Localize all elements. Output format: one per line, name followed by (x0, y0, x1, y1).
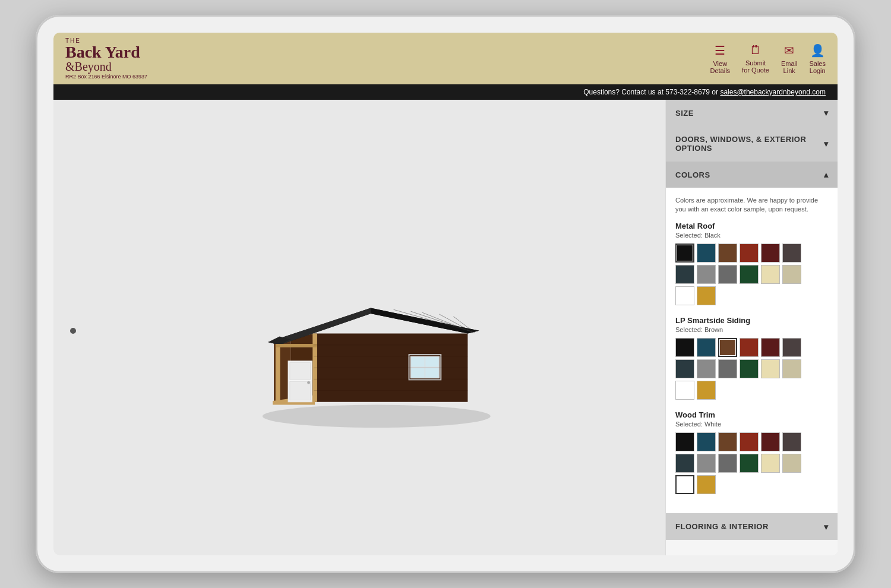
tablet-inner: THE Back Yard &Beyond RR2 Box 2166 Elsin… (53, 33, 838, 555)
color-swatch-tan[interactable] (782, 265, 801, 284)
color-swatch-medium-gray[interactable] (718, 454, 737, 473)
user-icon: 👤 (810, 43, 825, 58)
color-swatch-dark-gray-blue[interactable] (675, 359, 694, 378)
color-swatch-light-gray[interactable] (697, 265, 716, 284)
svg-rect-19 (290, 362, 311, 380)
header: THE Back Yard &Beyond RR2 Box 2166 Elsin… (53, 33, 838, 84)
color-swatch-tan[interactable] (782, 359, 801, 378)
chevron-down-icon-3: ▾ (824, 522, 829, 532)
logo-sub: &Beyond (65, 61, 112, 72)
right-panel: SIZE ▾ DOORS, WINDOWS, & EXTERIOR OPTION… (665, 100, 838, 555)
accordion-size: SIZE ▾ (666, 100, 838, 127)
quote-icon: 🗒 (750, 43, 762, 57)
svg-point-21 (307, 381, 310, 384)
color-swatch-dark-red[interactable] (761, 338, 780, 357)
contact-email[interactable]: sales@thebackyardnbeyond.com (720, 88, 826, 96)
nav-view-details[interactable]: ☰ View Details (710, 43, 730, 74)
color-swatch-gold[interactable] (697, 381, 716, 400)
color-swatch-charcoal[interactable] (782, 432, 801, 451)
main-content: SIZE ▾ DOORS, WINDOWS, & EXTERIOR OPTION… (53, 100, 838, 555)
color-swatch-brown[interactable] (718, 338, 737, 357)
svg-rect-20 (290, 381, 311, 400)
view-area (53, 100, 665, 555)
accordion-colors-label: COLORS (675, 170, 710, 179)
accordion-colors: COLORS ▴ Colors are approximate. We are … (666, 162, 838, 514)
color-swatch-dark-green[interactable] (740, 359, 759, 378)
color-swatch-light-tan[interactable] (761, 265, 780, 284)
color-swatch-dark-red[interactable] (761, 244, 780, 263)
accordion-colors-header[interactable]: COLORS ▴ (666, 162, 838, 188)
tablet-frame: THE Back Yard &Beyond RR2 Box 2166 Elsin… (36, 15, 855, 573)
color-swatch-dark-blue[interactable] (697, 432, 716, 451)
color-swatch-brown[interactable] (718, 244, 737, 263)
nav-submit-quote[interactable]: 🗒 Submit for Quote (742, 43, 769, 74)
metal-roof-title: Metal Roof (675, 222, 828, 230)
color-swatch-dark-blue[interactable] (697, 338, 716, 357)
wood-trim-selected: Selected: White (675, 421, 828, 428)
color-swatch-light-tan[interactable] (761, 359, 780, 378)
color-swatch-medium-gray[interactable] (718, 359, 737, 378)
chevron-down-icon-2: ▾ (824, 139, 829, 148)
color-swatch-gold[interactable] (697, 286, 716, 305)
camera-dot (70, 328, 76, 334)
shed-container (53, 100, 665, 555)
chevron-up-icon: ▴ (824, 170, 829, 179)
color-swatch-black[interactable] (675, 244, 694, 263)
color-swatch-medium-gray[interactable] (718, 265, 737, 284)
nav-sales-login[interactable]: 👤 Sales Login (809, 43, 826, 74)
color-note: Colors are approximate. We are happy to … (675, 196, 828, 214)
chevron-down-icon: ▾ (824, 108, 829, 118)
contact-text: Questions? Contact us at 573-322-8679 or (583, 88, 720, 96)
nav-submit-quote-label: Submit for Quote (742, 59, 769, 74)
color-swatch-white[interactable] (675, 475, 694, 494)
color-swatch-charcoal[interactable] (782, 244, 801, 263)
lp-siding-selected: Selected: Brown (675, 326, 828, 333)
accordion-colors-content: Colors are approximate. We are happy to … (666, 188, 838, 513)
color-swatch-dark-green[interactable] (740, 454, 759, 473)
color-swatch-white[interactable] (675, 381, 694, 400)
color-swatch-dark-red[interactable] (761, 432, 780, 451)
accordion-flooring-header[interactable]: FLOORING & INTERIOR ▾ (666, 514, 838, 540)
color-swatch-dark-gray-blue[interactable] (675, 265, 694, 284)
nav-view-details-label: View Details (710, 60, 730, 74)
nav-email-link[interactable]: ✉ Email Link (781, 43, 798, 74)
svg-rect-16 (276, 343, 317, 347)
color-swatch-brown[interactable] (718, 432, 737, 451)
color-swatch-red[interactable] (740, 338, 759, 357)
logo-address: RR2 Box 2166 Elsinore MO 63937 (65, 74, 147, 80)
nav-sales-login-label: Sales Login (809, 60, 826, 74)
color-swatch-light-tan[interactable] (761, 454, 780, 473)
color-swatch-black[interactable] (675, 432, 694, 451)
color-swatch-white[interactable] (675, 286, 694, 305)
logo-main: Back Yard (65, 44, 140, 61)
color-swatch-red[interactable] (740, 244, 759, 263)
lp-siding-title: LP Smartside Siding (675, 316, 828, 325)
color-swatch-light-gray[interactable] (697, 359, 716, 378)
wood-trim-title: Wood Trim (675, 410, 828, 419)
color-swatch-light-gray[interactable] (697, 454, 716, 473)
color-swatch-charcoal[interactable] (782, 338, 801, 357)
color-swatch-dark-gray-blue[interactable] (675, 454, 694, 473)
color-swatch-dark-blue[interactable] (697, 244, 716, 263)
svg-marker-6 (371, 308, 479, 333)
contact-bar: Questions? Contact us at 573-322-8679 or… (53, 84, 838, 100)
nav-email-link-label: Email Link (781, 60, 798, 74)
svg-point-0 (263, 404, 491, 427)
color-swatch-dark-green[interactable] (740, 265, 759, 284)
wood-trim-section: Wood Trim Selected: White (675, 410, 828, 494)
accordion-doors-label: DOORS, WINDOWS, & EXTERIOR OPTIONS (675, 135, 824, 153)
metal-roof-section: Metal Roof Selected: Black (675, 222, 828, 305)
accordion-doors: DOORS, WINDOWS, & EXTERIOR OPTIONS ▾ (666, 127, 838, 162)
color-swatch-tan[interactable] (782, 454, 801, 473)
email-icon: ✉ (784, 43, 794, 58)
color-swatch-black[interactable] (675, 338, 694, 357)
color-swatch-gold[interactable] (697, 475, 716, 494)
accordion-doors-header[interactable]: DOORS, WINDOWS, & EXTERIOR OPTIONS ▾ (666, 127, 838, 161)
lp-siding-section: LP Smartside Siding Selected: Brown (675, 316, 828, 400)
accordion-size-header[interactable]: SIZE ▾ (666, 100, 838, 126)
logo-area: THE Back Yard &Beyond RR2 Box 2166 Elsin… (65, 37, 147, 80)
svg-rect-14 (276, 343, 280, 400)
color-swatch-red[interactable] (740, 432, 759, 451)
nav-items: ☰ View Details 🗒 Submit for Quote ✉ Emai… (710, 43, 826, 74)
shed-illustration (217, 215, 502, 441)
